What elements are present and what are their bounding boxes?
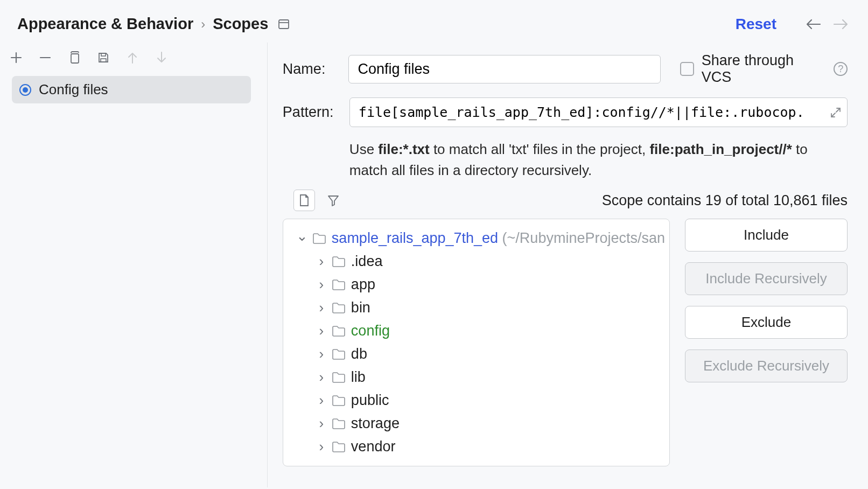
expand-icon[interactable] (830, 107, 841, 118)
radio-icon (19, 84, 31, 96)
svg-rect-4 (101, 53, 106, 56)
tree-item[interactable]: config (288, 319, 665, 343)
sidebar: Config files (0, 43, 268, 487)
tree-item[interactable]: vendor (288, 435, 665, 458)
window-icon[interactable] (278, 18, 290, 30)
folder-icon (332, 441, 346, 453)
pattern-label: Pattern: (283, 104, 349, 121)
move-down-icon[interactable] (154, 50, 169, 65)
chevron-right-icon[interactable] (316, 253, 327, 270)
breadcrumb-parent[interactable]: Appearance & Behavior (17, 15, 193, 33)
folder-icon (332, 418, 346, 430)
folder-icon (332, 372, 346, 383)
folder-icon (332, 279, 346, 291)
file-tree[interactable]: sample_rails_app_7th_ed (~/RubymineProje… (283, 219, 670, 466)
include-button[interactable]: Include (685, 219, 848, 252)
pattern-input[interactable] (349, 97, 848, 127)
tree-root[interactable]: sample_rails_app_7th_ed (~/RubymineProje… (288, 227, 665, 250)
exclude-recursively-button[interactable]: Exclude Recursively (685, 350, 848, 382)
save-icon[interactable] (96, 50, 111, 65)
svg-rect-0 (279, 20, 289, 29)
chevron-right-icon[interactable] (316, 323, 327, 339)
scope-item-label: Config files (39, 81, 108, 98)
chevron-right-icon[interactable] (316, 346, 327, 362)
tree-item[interactable]: db (288, 343, 665, 366)
folder-icon (332, 348, 346, 360)
tree-toolbar: Scope contains 19 of total 10,861 files (283, 190, 848, 211)
share-vcs-checkbox[interactable] (680, 62, 694, 76)
tree-item[interactable]: bin (288, 296, 665, 319)
header: Appearance & Behavior › Scopes Reset (0, 0, 868, 43)
tree-item-label: config (351, 323, 390, 339)
action-column: Include Include Recursively Exclude Excl… (685, 219, 848, 466)
tree-item[interactable]: app (288, 273, 665, 296)
chevron-down-icon[interactable] (296, 230, 308, 247)
reset-button[interactable]: Reset (736, 16, 776, 33)
file-view-icon[interactable] (293, 190, 315, 211)
back-arrow-icon[interactable] (806, 16, 822, 32)
forward-arrow-icon[interactable] (832, 16, 849, 32)
name-label: Name: (283, 61, 349, 78)
tree-item-label: lib (351, 369, 366, 386)
tree-item-label: db (351, 346, 367, 362)
breadcrumb: Appearance & Behavior › Scopes (17, 15, 268, 33)
tree-item-label: app (351, 276, 375, 293)
copy-icon[interactable] (67, 50, 82, 65)
chevron-right-icon[interactable] (316, 369, 327, 386)
filter-icon[interactable] (327, 194, 340, 207)
folder-icon (312, 233, 326, 244)
chevron-right-icon[interactable] (316, 392, 327, 409)
share-vcs-label: Share through VCS (702, 52, 826, 86)
chevron-right-icon[interactable] (316, 438, 327, 455)
scope-list-item[interactable]: Config files (12, 76, 251, 103)
svg-rect-2 (71, 54, 79, 63)
tree-root-name: sample_rails_app_7th_ed (332, 230, 498, 247)
pattern-hint: Use file:*.txt to match all 'txt' files … (349, 139, 845, 181)
tree-item-label: vendor (351, 438, 396, 455)
svg-rect-3 (101, 59, 106, 62)
chevron-right-icon[interactable] (316, 299, 327, 316)
folder-icon (332, 302, 346, 314)
folder-icon (332, 395, 346, 407)
name-input[interactable] (348, 55, 661, 83)
tree-item[interactable]: lib (288, 366, 665, 389)
add-icon[interactable] (9, 50, 24, 65)
folder-icon (332, 256, 346, 268)
chevron-right-icon: › (201, 17, 205, 32)
tree-item[interactable]: .idea (288, 250, 665, 273)
folder-icon (332, 325, 346, 337)
chevron-right-icon[interactable] (316, 276, 327, 293)
breadcrumb-current: Scopes (213, 15, 268, 33)
remove-icon[interactable] (38, 50, 53, 65)
tree-item-label: storage (351, 415, 400, 432)
include-recursively-button[interactable]: Include Recursively (685, 262, 848, 295)
tree-root-path: (~/RubymineProjects/san (502, 230, 665, 247)
tree-item-label: bin (351, 299, 370, 316)
tree-item-label: .idea (351, 253, 383, 270)
scope-stats: Scope contains 19 of total 10,861 files (602, 192, 848, 209)
sidebar-toolbar (4, 48, 256, 73)
tree-item-label: public (351, 392, 389, 409)
content: Config files Name: Share through VCS ? P… (0, 43, 868, 487)
move-up-icon[interactable] (125, 50, 140, 65)
tree-item[interactable]: public (288, 389, 665, 412)
chevron-right-icon[interactable] (316, 415, 327, 432)
help-icon[interactable]: ? (834, 62, 848, 76)
main-panel: Name: Share through VCS ? Pattern: Use f… (268, 43, 868, 487)
tree-item[interactable]: storage (288, 412, 665, 435)
exclude-button[interactable]: Exclude (685, 306, 848, 339)
